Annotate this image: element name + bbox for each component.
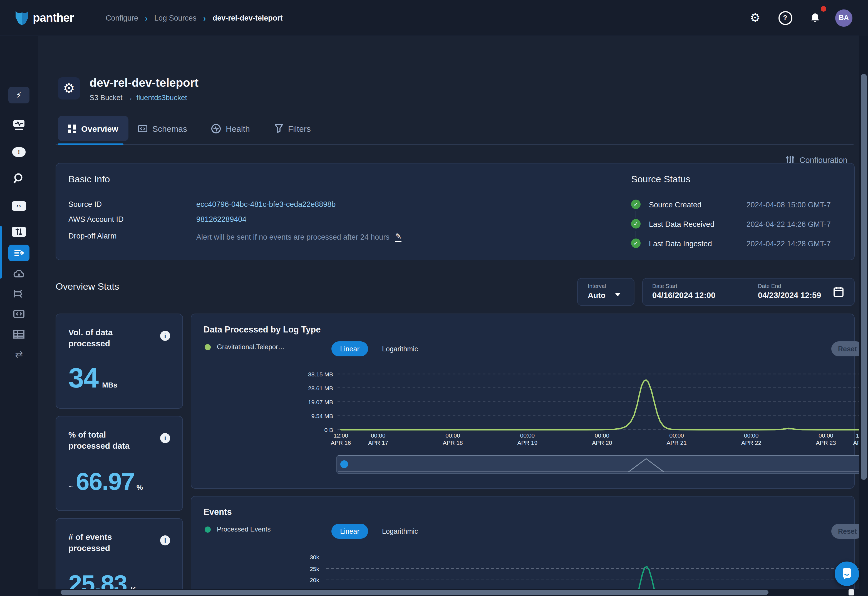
sidebar-item-alerts[interactable]: ! (0, 142, 38, 161)
stat-value-row: 34 MBs (68, 362, 117, 394)
status-timestamp: 2024-04-22 14:28 GMT-7 (731, 240, 831, 248)
tab-underline-active (58, 143, 124, 145)
funnel-icon (275, 124, 283, 133)
sidebar-item-query[interactable]: ‹› (0, 196, 38, 215)
check-circle-icon: ✓ (631, 199, 641, 209)
sidebar-item-cloud[interactable] (0, 264, 38, 283)
sidebar-item-api[interactable] (0, 304, 38, 323)
source-type: S3 Bucket (90, 93, 123, 102)
chevron-down-icon (615, 293, 620, 297)
edit-pencil-icon[interactable]: ✎ (395, 232, 402, 242)
aws-account-id-value[interactable]: 981262289404 (196, 215, 247, 223)
interval-value: Auto (588, 291, 605, 299)
x-axis-tick-label: 00:00APR 19 (508, 432, 546, 447)
stat-unit: MBs (102, 381, 117, 389)
sidebar-item-detections[interactable] (0, 223, 38, 241)
sidebar-item-search[interactable] (0, 169, 38, 188)
legend-dot-icon (205, 526, 211, 533)
linear-toggle-button[interactable]: Linear (331, 341, 368, 356)
y-axis-tick-label: 38.15 MB (191, 370, 333, 377)
logarithmic-toggle-button[interactable]: Logarithmic (382, 345, 418, 353)
reset-button[interactable]: Reset (831, 524, 864, 539)
logo-wordmark: panther (33, 11, 74, 25)
sidebar-item-dashboard[interactable] (0, 116, 38, 134)
app-window: panther Configure › Log Sources › dev-re… (0, 0, 868, 596)
reset-button[interactable]: Reset (831, 341, 864, 356)
status-label: Last Data Received (649, 220, 714, 229)
horizontal-scrollbar-thumb[interactable] (61, 590, 769, 595)
scrollbar-corner-thumb (849, 589, 854, 596)
breadcrumb-log-sources[interactable]: Log Sources (154, 13, 196, 22)
flash-icon: ⚡ (8, 87, 30, 103)
status-label: Last Data Ingested (649, 240, 712, 248)
stat-title: Vol. of dataprocessed (68, 327, 112, 349)
stat-card-percent: % of totalprocessed data i ~ 66.97 % (56, 416, 183, 511)
tab-label: Schemas (152, 124, 187, 133)
chart-legend[interactable]: Processed Events (205, 525, 270, 533)
chat-launcher-button[interactable] (835, 562, 859, 586)
dashboard-monitor-icon (13, 119, 25, 131)
interval-dropdown[interactable]: Interval Auto (577, 278, 635, 306)
chevron-right-icon: › (203, 13, 206, 22)
notifications-bell-icon[interactable] (805, 8, 825, 28)
bucket-link[interactable]: fluentds3bucket (136, 93, 187, 102)
tab-label: Filters (288, 124, 311, 133)
logarithmic-toggle-button[interactable]: Logarithmic (382, 528, 418, 536)
chart-range-navigator[interactable] (337, 455, 867, 474)
cloud-eye-icon (13, 269, 25, 278)
branch-arrows-icon (13, 289, 25, 298)
search-magnifier-icon (13, 173, 25, 184)
transfer-arrows-icon: ⇄ (15, 348, 23, 360)
chat-bubble-icon (841, 568, 852, 580)
topbar-actions: ⚙ ? BA (745, 8, 852, 28)
sidebar-item-tables[interactable] (0, 325, 38, 344)
tab-overview[interactable]: Overview (58, 116, 128, 141)
info-icon[interactable]: i (160, 331, 170, 341)
info-icon[interactable]: i (160, 536, 170, 546)
panther-shield-icon (15, 10, 30, 26)
legend-dot-icon (205, 344, 211, 350)
status-label: Source Created (649, 201, 701, 209)
tab-schemas[interactable]: Schemas (138, 116, 187, 141)
vertical-scrollbar[interactable] (859, 35, 868, 596)
source-id-value[interactable]: ecc40796-04bc-481c-bfe3-ceda22e8898b (196, 200, 335, 208)
chart-legend[interactable]: Gravitational.Telepor… (205, 343, 285, 351)
sidebar-item-log-sources[interactable] (0, 243, 38, 263)
tab-label: Overview (81, 124, 118, 133)
stat-value-row: ~ 66.97 % (68, 468, 143, 496)
grid-icon (68, 124, 76, 133)
basic-info-card: Basic Info Source ID ecc40796-04bc-481c-… (56, 163, 855, 260)
arrow-icon: → (126, 93, 133, 102)
table-grid-icon (13, 330, 25, 338)
check-circle-icon: ✓ (631, 219, 641, 229)
status-timestamp: 2024-04-08 15:00 GMT-7 (731, 201, 831, 209)
linear-toggle-button[interactable]: Linear (331, 524, 368, 539)
breadcrumb-configure[interactable]: Configure (106, 13, 138, 22)
legend-label: Gravitational.Telepor… (217, 343, 285, 351)
row-label: Drop-off Alarm (68, 232, 117, 240)
sidebar-item-integrations[interactable] (0, 284, 38, 303)
breadcrumb: Configure › Log Sources › dev-rel-dev-te… (106, 0, 283, 35)
stat-card-events: # of eventsprocessed i 25.83 K (56, 518, 183, 596)
panther-logo[interactable]: panther (15, 9, 74, 27)
stat-value: 34 (68, 362, 98, 394)
horizontal-scrollbar[interactable] (38, 589, 859, 596)
avatar[interactable]: BA (835, 9, 852, 27)
tab-filters[interactable]: Filters (275, 116, 311, 141)
sidebar-item-flash[interactable]: ⚡ (0, 86, 38, 105)
settings-gear-icon[interactable]: ⚙ (745, 8, 765, 28)
y-axis-tick-label: 25k (191, 565, 319, 572)
stat-title: % of totalprocessed data (68, 429, 130, 451)
stat-prefix: ~ (68, 482, 74, 492)
date-start-label: Date Start (652, 283, 677, 289)
vertical-scrollbar-thumb[interactable] (861, 74, 867, 480)
info-icon[interactable]: i (160, 433, 170, 443)
help-icon[interactable]: ? (775, 8, 795, 28)
sidebar-item-data-transfer[interactable]: ⇄ (0, 345, 38, 364)
x-axis-tick-label: 00:00APR 20 (583, 432, 621, 447)
tab-label: Health (226, 124, 250, 133)
code-chevrons-icon: ‹› (12, 201, 26, 211)
tab-health[interactable]: Health (211, 116, 250, 141)
date-range-picker[interactable]: Date Start 04/16/2024 12:00 Date End 04/… (642, 278, 855, 306)
series-line (341, 380, 868, 430)
